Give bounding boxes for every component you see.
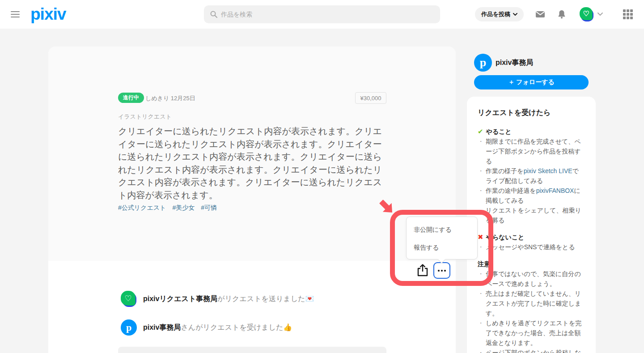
share-icon [417, 264, 429, 276]
request-description: クリエイターに送られたリクエスト内容が表示されます。クリエイターに送られたリクエ… [118, 125, 386, 201]
tag-link[interactable]: #公式リクエスト [118, 204, 166, 212]
list-item: ページ下部のボタンから投稿しな [478, 348, 585, 353]
tag-list: #公式リクエスト #美少女 #可憐 [118, 204, 217, 212]
messages-icon[interactable] [535, 9, 546, 20]
tag-link[interactable]: #可憐 [201, 204, 217, 212]
global-header: pixiv 作品を投稿 ♡ [0, 0, 644, 29]
more-options-button[interactable] [433, 262, 450, 279]
apps-grid-icon[interactable] [623, 9, 633, 20]
follow-button[interactable]: ＋ フォローする [474, 75, 589, 89]
activity-action: がリクエストを送りました💌 [217, 295, 314, 302]
ellipsis-icon [438, 270, 440, 272]
list-item: リクエストをシェアして、相乗りを募る [478, 205, 585, 225]
list-item: 作業の途中経過をpixivFANBOXに掲載してみる [478, 186, 585, 205]
dont-section-heading: ✖ やらないこと [478, 232, 585, 242]
plus-icon: ＋ [508, 78, 514, 86]
actor-name[interactable]: pixivリクエスト事務局 [143, 295, 217, 302]
notifications-bell-icon[interactable] [556, 9, 567, 20]
tag-link[interactable]: #美少女 [172, 204, 195, 212]
user-avatar[interactable]: ♡ [580, 7, 594, 21]
note-section-heading: 注意 [478, 259, 585, 269]
search-input[interactable] [221, 11, 434, 18]
request-category-label: イラストリクエスト [118, 113, 172, 121]
pixiv-sketch-live-link[interactable]: pixiv Sketch LIVE [524, 167, 572, 174]
list-item: メッセージやSNSで連絡をとる [478, 242, 585, 252]
pixiv-office-avatar[interactable]: p [121, 319, 137, 336]
list-item: 期限までに作品を完成させて、ページ下部ボタンから作品を投稿する [478, 136, 585, 166]
submission-area-cut [118, 347, 386, 353]
price-badge: ¥30,000 [355, 92, 386, 104]
activity-action: さんがリクエストを受けました👍 [181, 323, 292, 331]
request-guide-card: リクエストを受けたら ✔ やること 期限までに作品を完成させて、ページ下部ボタン… [467, 97, 596, 353]
share-button[interactable] [417, 264, 429, 277]
creator-name[interactable]: pixiv事務局 [496, 58, 533, 68]
creator-avatar[interactable]: p [474, 54, 492, 72]
activity-row-sent: ♡ pixivリクエスト事務局がリクエストを送りました💌 [121, 291, 314, 307]
search-icon [210, 11, 217, 18]
status-badge: 進行中 [118, 93, 144, 103]
todo-list: 期限までに作品を完成させて、ページ下部ボタンから作品を投稿する 作業の様子をpi… [478, 136, 585, 225]
chevron-down-icon [513, 13, 517, 16]
pixiv-request-office-avatar[interactable]: ♡ [121, 291, 137, 307]
list-item: しめきりを過ぎてリクエストを完了できなかった場合、売上は全額返金となります。 [478, 318, 585, 348]
note-list: 仕事ではないので、気楽に自分のペースで進めましょう。 売上はまだ確定していません… [478, 269, 585, 353]
menu-item-make-private[interactable]: 非公開にする [407, 221, 477, 239]
post-work-button[interactable]: 作品を投稿 [475, 7, 524, 21]
pixiv-request-logo-icon: ♡ [580, 7, 594, 21]
actor-name[interactable]: pixiv事務局 [143, 323, 181, 331]
activity-row-accepted: p pixiv事務局さんがリクエストを受けました👍 [121, 319, 292, 336]
deadline-label: しめきり 12月25日 [145, 94, 195, 102]
pixiv-logo[interactable]: pixiv [30, 4, 66, 24]
list-item: 仕事ではないので、気楽に自分のペースで進めましょう。 [478, 269, 585, 289]
account-chevron-down-icon[interactable] [597, 11, 605, 18]
hamburger-menu-icon[interactable] [11, 9, 21, 20]
list-item: 作業の様子をpixiv Sketch LIVEでライブ配信してみる [478, 166, 585, 186]
guide-title: リクエストを受けたら [478, 108, 585, 118]
check-icon: ✔ [478, 127, 483, 136]
dont-list: メッセージやSNSで連絡をとる [478, 242, 585, 252]
search-bar[interactable] [204, 5, 440, 23]
menu-item-report[interactable]: 報告する [407, 239, 477, 257]
context-menu: 非公開にする 報告する [406, 217, 478, 259]
pixiv-fanbox-link[interactable]: pixivFANBOX [536, 187, 574, 194]
todo-section-heading: ✔ やること [478, 127, 585, 136]
cross-icon: ✖ [478, 232, 483, 242]
list-item: 売上はまだ確定していません、リクエストが完了した時に確定します。 [478, 289, 585, 318]
